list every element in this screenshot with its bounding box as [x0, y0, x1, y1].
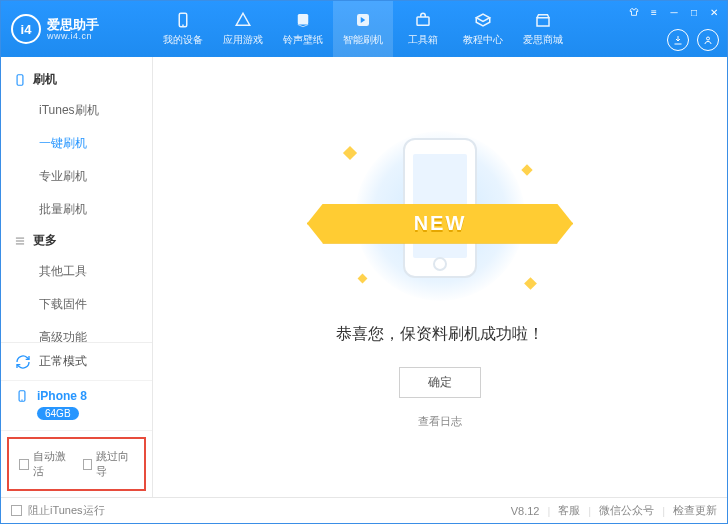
device-mode[interactable]: 正常模式 — [1, 343, 152, 381]
device-icon — [15, 389, 29, 403]
title-bar: i4 爱思助手 www.i4.cn 我的设备 应用游戏 铃声壁纸 智能刷机 — [1, 1, 727, 57]
sidebar-item-pro-flash[interactable]: 专业刷机 — [1, 160, 152, 193]
sidebar: 刷机 iTunes刷机 一键刷机 专业刷机 批量刷机 更多 其他工具 下载固件 … — [1, 57, 153, 497]
sidebar-item-itunes-flash[interactable]: iTunes刷机 — [1, 94, 152, 127]
skip-guide-checkbox[interactable]: 跳过向导 — [83, 449, 135, 479]
phone-icon — [13, 73, 27, 87]
skin-button[interactable] — [627, 5, 641, 19]
svg-rect-2 — [298, 14, 309, 25]
nav-tools[interactable]: 工具箱 — [393, 1, 453, 57]
menu-icon — [13, 234, 27, 248]
success-message: 恭喜您，保资料刷机成功啦！ — [336, 324, 544, 345]
confirm-button[interactable]: 确定 — [399, 367, 481, 398]
close-button[interactable]: ✕ — [707, 5, 721, 19]
version-label: V8.12 — [511, 505, 540, 517]
header-right — [667, 29, 719, 51]
apps-icon — [234, 11, 252, 29]
mall-icon — [534, 11, 552, 29]
svg-rect-4 — [417, 17, 429, 25]
device-info[interactable]: iPhone 8 64GB — [1, 381, 152, 431]
sidebar-section-more: 更多 — [1, 226, 152, 255]
wechat-link[interactable]: 微信公众号 — [599, 503, 654, 518]
device-storage-badge: 64GB — [37, 407, 79, 420]
status-bar: 阻止iTunes运行 V8.12 | 客服 | 微信公众号 | 检查更新 — [1, 497, 727, 523]
svg-rect-7 — [17, 74, 23, 85]
auto-activate-checkbox[interactable]: 自动激活 — [19, 449, 71, 479]
nav-ringtone[interactable]: 铃声壁纸 — [273, 1, 333, 57]
main-content: NEW 恭喜您，保资料刷机成功啦！ 确定 查看日志 — [153, 57, 727, 497]
download-icon — [672, 34, 684, 46]
app-subtitle: www.i4.cn — [47, 31, 99, 41]
sidebar-item-other-tools[interactable]: 其他工具 — [1, 255, 152, 288]
user-button[interactable] — [697, 29, 719, 51]
svg-point-6 — [707, 37, 710, 40]
window-controls: ≡ ─ □ ✕ — [627, 5, 721, 19]
tutorial-icon — [474, 11, 492, 29]
download-button[interactable] — [667, 29, 689, 51]
nav-flash[interactable]: 智能刷机 — [333, 1, 393, 57]
sidebar-item-advanced[interactable]: 高级功能 — [1, 321, 152, 342]
app-window: i4 爱思助手 www.i4.cn 我的设备 应用游戏 铃声壁纸 智能刷机 — [0, 0, 728, 524]
nav-device[interactable]: 我的设备 — [153, 1, 213, 57]
app-title: 爱思助手 — [47, 18, 99, 31]
success-illustration: NEW — [335, 126, 545, 306]
view-log-link[interactable]: 查看日志 — [418, 414, 462, 429]
top-nav: 我的设备 应用游戏 铃声壁纸 智能刷机 工具箱 教程中心 — [153, 1, 573, 57]
toolbox-icon — [414, 11, 432, 29]
check-update-link[interactable]: 检查更新 — [673, 503, 717, 518]
device-icon — [174, 11, 192, 29]
nav-games[interactable]: 应用游戏 — [213, 1, 273, 57]
flash-icon — [354, 11, 372, 29]
user-icon — [702, 34, 714, 46]
logo: i4 爱思助手 www.i4.cn — [1, 14, 153, 44]
refresh-icon — [15, 354, 31, 370]
logo-icon: i4 — [11, 14, 41, 44]
sidebar-item-download-firmware[interactable]: 下载固件 — [1, 288, 152, 321]
menu-button[interactable]: ≡ — [647, 5, 661, 19]
sidebar-section-flash: 刷机 — [1, 65, 152, 94]
nav-mall[interactable]: 爱思商城 — [513, 1, 573, 57]
nav-tutorial[interactable]: 教程中心 — [453, 1, 513, 57]
sidebar-item-onekey-flash[interactable]: 一键刷机 — [1, 127, 152, 160]
device-name: iPhone 8 — [37, 389, 87, 403]
minimize-button[interactable]: ─ — [667, 5, 681, 19]
new-ribbon: NEW — [307, 204, 573, 244]
block-itunes-checkbox[interactable]: 阻止iTunes运行 — [11, 503, 105, 518]
svg-rect-5 — [537, 18, 549, 26]
options-highlight: 自动激活 跳过向导 — [7, 437, 146, 491]
sidebar-item-batch-flash[interactable]: 批量刷机 — [1, 193, 152, 226]
ringtone-icon — [294, 11, 312, 29]
maximize-button[interactable]: □ — [687, 5, 701, 19]
support-link[interactable]: 客服 — [558, 503, 580, 518]
